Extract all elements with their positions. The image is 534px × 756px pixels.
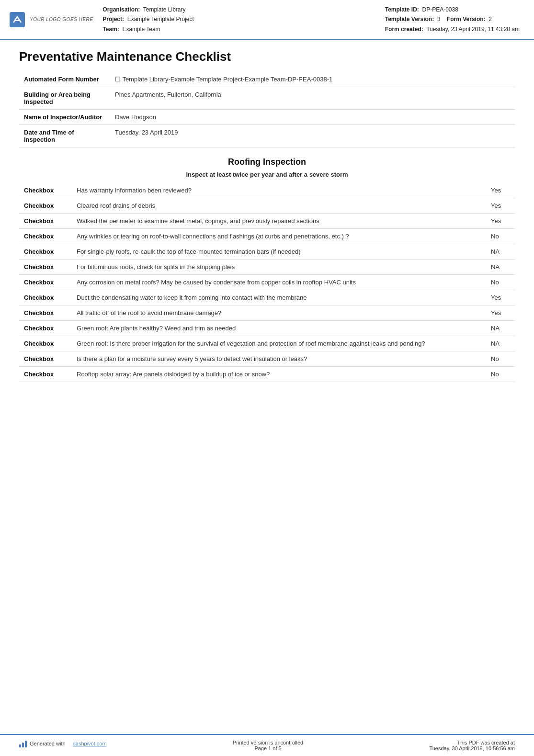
dashpivot-icon — [19, 740, 27, 747]
info-row: Building or Area being Inspected Pines A… — [19, 87, 515, 110]
footer: Generated with dashpivot.com Printed ver… — [0, 734, 534, 756]
document-title: Preventative Maintenance Checklist — [19, 49, 515, 64]
pdf-created-text: This PDF was created at — [429, 740, 515, 745]
checklist-value: Yes — [486, 305, 515, 321]
footer-center: Printed version is uncontrolled Page 1 o… — [233, 740, 303, 751]
section-title: Roofing Inspection — [19, 157, 515, 167]
checklist-description: Green roof: Is there proper irrigation f… — [72, 336, 486, 351]
checklist-value: No — [486, 275, 515, 290]
checklist-type: Checkbox — [19, 305, 72, 321]
project-value: Example Template Project — [127, 16, 194, 23]
page-text: Page 1 of 5 — [233, 745, 303, 751]
checklist-value: No — [486, 229, 515, 244]
checklist-value: Yes — [486, 214, 515, 229]
checklist-description: Green roof: Are plants healthy? Weed and… — [72, 321, 486, 336]
info-field-value: Dave Hodgson — [110, 110, 515, 125]
info-field-label: Date and Time of Inspection — [19, 125, 110, 147]
info-row: Automated Form Number ☐ Template Library… — [19, 72, 515, 87]
checklist-description: Walked the perimeter to examine sheet me… — [72, 214, 486, 229]
checklist-row: Checkbox Has warranty information been r… — [19, 183, 515, 198]
checklist-value: NA — [486, 244, 515, 260]
checklist-description: Any corrosion on metal roofs? May be cau… — [72, 275, 486, 290]
version-line: Template Version: 3 Form Version: 2 — [385, 14, 520, 24]
form-created-line: Form created: Tuesday, 23 April 2019, 11… — [385, 24, 520, 34]
team-value: Example Team — [122, 26, 160, 33]
checklist-description: For single-ply roofs, re-caulk the top o… — [72, 244, 486, 260]
checklist-row: Checkbox Green roof: Are plants healthy?… — [19, 321, 515, 336]
checklist-table: Checkbox Has warranty information been r… — [19, 183, 515, 382]
checklist-type: Checkbox — [19, 367, 72, 382]
header-meta: Organisation: Template Library Project: … — [102, 5, 375, 34]
section-header: Roofing Inspection — [19, 157, 515, 167]
form-created-value: Tuesday, 23 April 2019, 11:43:20 am — [426, 26, 520, 33]
checklist-type: Checkbox — [19, 229, 72, 244]
checklist-row: Checkbox Duct the condensating water to … — [19, 290, 515, 305]
checklist-description: Has warranty information been reviewed? — [72, 183, 486, 198]
form-version-value: 2 — [489, 16, 492, 23]
form-version-label: Form Version: — [447, 16, 486, 23]
checklist-description: Is there a plan for a moisture survey ev… — [72, 351, 486, 367]
checklist-row: Checkbox All traffic off of the roof to … — [19, 305, 515, 321]
logo-text: YOUR LOGO GOES HERE — [30, 17, 93, 22]
header-right: Template ID: DP-PEA-0038 Template Versio… — [385, 5, 520, 34]
checklist-row: Checkbox For single-ply roofs, re-caulk … — [19, 244, 515, 260]
checklist-description: All traffic off of the roof to avoid mem… — [72, 305, 486, 321]
checklist-description: Any wrinkles or tearing on roof-to-wall … — [72, 229, 486, 244]
template-id-label: Template ID: — [385, 6, 419, 13]
checklist-row: Checkbox Any wrinkles or tearing on roof… — [19, 229, 515, 244]
checklist-description: Duct the condensating water to keep it f… — [72, 290, 486, 305]
checklist-row: Checkbox Any corrosion on metal roofs? M… — [19, 275, 515, 290]
logo-icon — [10, 12, 25, 27]
project-line: Project: Example Template Project — [102, 14, 375, 24]
checklist-type: Checkbox — [19, 183, 72, 198]
info-table: Automated Form Number ☐ Template Library… — [19, 72, 515, 147]
info-field-value: ☐ Template Library-Example Template Proj… — [110, 72, 515, 87]
checklist-type: Checkbox — [19, 290, 72, 305]
checklist-row: Checkbox For bituminous roofs, check for… — [19, 260, 515, 275]
checklist-value: NA — [486, 321, 515, 336]
team-line: Team: Example Team — [102, 24, 375, 34]
checklist-type: Checkbox — [19, 275, 72, 290]
checklist-value: NA — [486, 336, 515, 351]
checklist-type: Checkbox — [19, 351, 72, 367]
checklist-value: Yes — [486, 290, 515, 305]
checklist-type: Checkbox — [19, 336, 72, 351]
footer-right: This PDF was created at Tuesday, 30 Apri… — [429, 740, 515, 751]
info-field-label: Automated Form Number — [19, 72, 110, 87]
checklist-type: Checkbox — [19, 260, 72, 275]
checklist-row: Checkbox Green roof: Is there proper irr… — [19, 336, 515, 351]
info-field-label: Name of Inspector/Auditor — [19, 110, 110, 125]
pdf-created-date: Tuesday, 30 April 2019, 10:56:56 am — [429, 745, 515, 751]
checklist-value: NA — [486, 260, 515, 275]
org-label: Organisation: — [102, 6, 140, 13]
checklist-row: Checkbox Rooftop solar array: Are panels… — [19, 367, 515, 382]
checklist-type: Checkbox — [19, 244, 72, 260]
main-content: Preventative Maintenance Checklist Autom… — [0, 40, 534, 734]
svg-rect-0 — [10, 12, 25, 27]
org-line: Organisation: Template Library — [102, 5, 375, 14]
checklist-row: Checkbox Is there a plan for a moisture … — [19, 351, 515, 367]
project-label: Project: — [102, 16, 124, 23]
generated-text: Generated with — [30, 741, 66, 746]
checklist-value: Yes — [486, 183, 515, 198]
checklist-description: Rooftop solar array: Are panels dislodge… — [72, 367, 486, 382]
template-id-value: DP-PEA-0038 — [422, 6, 458, 13]
info-field-value: Pines Apartments, Fullerton, California — [110, 87, 515, 110]
checklist-value: Yes — [486, 198, 515, 214]
checklist-type: Checkbox — [19, 214, 72, 229]
checklist-row: Checkbox Cleared roof drains of debris Y… — [19, 198, 515, 214]
footer-left: Generated with dashpivot.com — [19, 740, 107, 747]
checklist-type: Checkbox — [19, 198, 72, 214]
checklist-type: Checkbox — [19, 321, 72, 336]
page: YOUR LOGO GOES HERE Organisation: Templa… — [0, 0, 534, 756]
checklist-description: For bituminous roofs, check for splits i… — [72, 260, 486, 275]
template-version-label: Template Version: — [385, 16, 434, 23]
checklist-value: No — [486, 351, 515, 367]
team-label: Team: — [102, 26, 119, 33]
checklist-row: Checkbox Walked the perimeter to examine… — [19, 214, 515, 229]
checklist-value: No — [486, 367, 515, 382]
site-link[interactable]: dashpivot.com — [73, 741, 107, 746]
info-row: Date and Time of Inspection Tuesday, 23 … — [19, 125, 515, 147]
info-field-label: Building or Area being Inspected — [19, 87, 110, 110]
info-row: Name of Inspector/Auditor Dave Hodgson — [19, 110, 515, 125]
